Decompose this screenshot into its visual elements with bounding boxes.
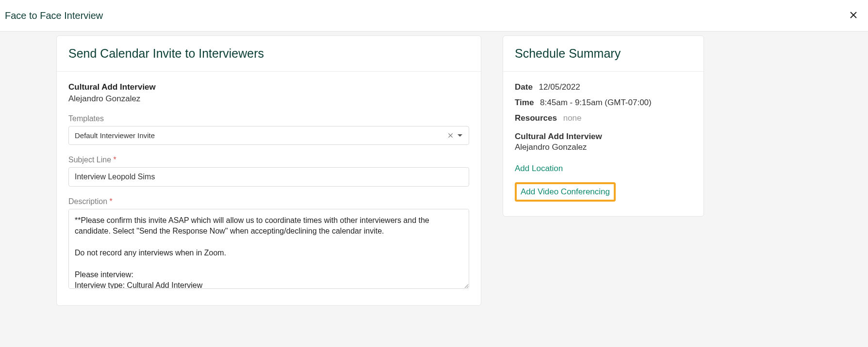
templates-label: Templates (68, 114, 469, 123)
summary-date-value: 12/05/2022 (539, 82, 580, 92)
summary-card-header: Schedule Summary (503, 36, 704, 72)
interview-type-heading: Cultural Add Interview (68, 82, 469, 92)
summary-time-value: 8:45am - 9:15am (GMT-07:00) (540, 98, 652, 107)
templates-selected-value: Default Interviewer Invite (75, 131, 448, 140)
invite-card-body: Cultural Add Interview Alejandro Gonzale… (57, 72, 481, 305)
summary-time-label: Time (515, 98, 534, 108)
templates-select[interactable]: Default Interviewer Invite (68, 126, 469, 145)
summary-date-row: Date 12/05/2022 (515, 82, 692, 92)
invite-card: Send Calendar Invite to Interviewers Cul… (56, 35, 481, 306)
summary-date-label: Date (515, 82, 533, 92)
description-label: Description (68, 197, 469, 206)
summary-resources-row: Resources none (515, 113, 692, 123)
description-textarea[interactable] (68, 209, 469, 289)
page-body: Send Calendar Invite to Interviewers Cul… (0, 32, 868, 347)
layout: Send Calendar Invite to Interviewers Cul… (56, 35, 706, 306)
add-video-highlight: Add Video Conferencing (515, 182, 616, 202)
summary-interview-title: Cultural Add Interview (515, 132, 692, 142)
close-icon (850, 11, 857, 19)
interviewer-name: Alejandro Gonzalez (68, 94, 469, 104)
add-location-link[interactable]: Add Location (515, 164, 563, 174)
chevron-down-icon (457, 134, 463, 138)
summary-resources-label: Resources (515, 113, 557, 123)
topbar: Face to Face Interview (0, 0, 868, 32)
summary-interview-block: Cultural Add Interview Alejandro Gonzale… (515, 132, 692, 152)
close-button[interactable] (848, 9, 859, 22)
summary-card-title: Schedule Summary (515, 47, 692, 61)
summary-resources-value: none (563, 113, 582, 123)
summary-card: Schedule Summary Date 12/05/2022 Time 8:… (503, 35, 704, 217)
summary-card-body: Date 12/05/2022 Time 8:45am - 9:15am (GM… (503, 72, 704, 216)
subject-label: Subject Line (68, 156, 469, 164)
invite-card-title: Send Calendar Invite to Interviewers (68, 47, 469, 61)
summary-time-row: Time 8:45am - 9:15am (GMT-07:00) (515, 98, 692, 108)
page-title: Face to Face Interview (5, 10, 103, 21)
invite-card-header: Send Calendar Invite to Interviewers (57, 36, 481, 72)
summary-interviewer-name: Alejandro Gonzalez (515, 142, 692, 152)
subject-input[interactable] (68, 167, 469, 187)
add-video-conferencing-link[interactable]: Add Video Conferencing (521, 187, 610, 197)
clear-icon[interactable] (448, 133, 453, 138)
